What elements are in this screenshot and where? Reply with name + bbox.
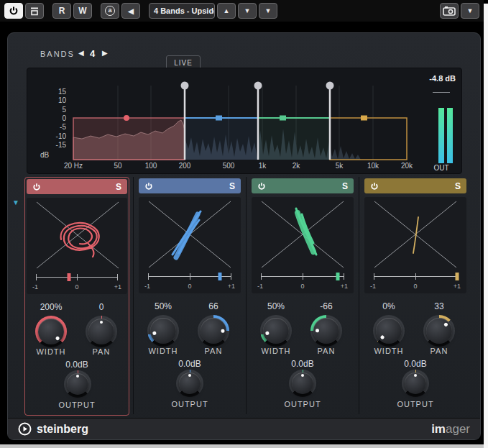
crossover-handle-2[interactable] (254, 82, 262, 90)
bands-row: BANDS ◀ 4 ▶ LIVE (8, 43, 480, 62)
band-solo-button[interactable]: S (229, 181, 235, 191)
monitor-icon (29, 6, 40, 16)
preset-name: 4 Bands - Upside D (154, 6, 215, 15)
band-power-button[interactable] (144, 182, 153, 191)
band-power-button[interactable] (32, 183, 41, 191)
pan-value: -66 (300, 301, 352, 311)
power-button[interactable] (4, 3, 23, 19)
band-power-button[interactable] (257, 182, 266, 191)
pan-meter (36, 273, 118, 282)
meter-min-label: -1 (370, 283, 376, 290)
band3-region[interactable] (258, 118, 330, 160)
pan-knob[interactable] (423, 315, 455, 347)
band-1-panel: S -1 0 +1 200% 0 WIDTH PAN 0.0dB OUTPUT (24, 177, 129, 416)
camera-icon (443, 6, 456, 16)
write-automation-button[interactable]: W (73, 3, 92, 19)
width-label: WIDTH (250, 347, 302, 355)
expand-band-arrow[interactable]: ▼ (12, 198, 19, 206)
pan-knob[interactable] (86, 316, 117, 347)
band-2-panel: S -1 0 +1 50% 66 WIDTH PAN 0.0dB OUTPUT (137, 177, 242, 416)
width-knob[interactable] (260, 315, 292, 347)
column-divider (359, 177, 359, 414)
pan-knob[interactable] (198, 315, 229, 347)
pan-value: 33 (413, 301, 465, 311)
output-value: 0.0dB (137, 359, 242, 369)
output-value: 0.0dB (363, 359, 468, 369)
dropdown-icon: ▼ (467, 7, 474, 14)
width-value: 0% (363, 301, 415, 311)
triangle-down-icon: ▼ (244, 7, 251, 14)
preset-menu-button[interactable]: ▼ (259, 3, 277, 19)
column-divider (246, 177, 247, 414)
output-knob[interactable] (402, 370, 429, 397)
band-solo-button[interactable]: S (455, 181, 461, 191)
pan-label: PAN (413, 347, 465, 355)
band-4-panel: S -1 0 +1 0% 33 WIDTH PAN 0.0dB OUTPUT (363, 177, 468, 416)
bands-increment-button[interactable]: ▶ (102, 49, 108, 57)
output-label: OUTPUT (137, 400, 242, 408)
pan-label: PAN (300, 347, 352, 355)
band-1-header: S (27, 179, 127, 194)
page-margin (484, 4, 488, 448)
band-solo-button[interactable]: S (116, 182, 121, 192)
band-3-panel: S -1 0 +1 50% -66 WIDTH PAN 0.0dB OUTPUT (250, 177, 355, 416)
host-toolbar: R W a ◀ 4 Bands - Upside D ▲ ▼ ▼ ▼ (0, 0, 484, 22)
automation-button[interactable]: a (101, 3, 119, 19)
imager-plugin-window: BANDS ◀ 4 ▶ LIVE 15 10 5 0 -5 -10 -15 dB (7, 32, 481, 440)
band2-region[interactable] (185, 118, 258, 160)
output-label: OUTPUT (25, 401, 129, 409)
power-icon (144, 182, 153, 191)
band2-gain-handle[interactable] (216, 116, 222, 121)
spectrum-display: 15 10 5 0 -5 -10 -15 dB (27, 68, 462, 174)
steinberg-logo-icon (18, 422, 32, 436)
width-knob[interactable] (373, 315, 405, 347)
freq-tick: 100 (137, 162, 165, 170)
band-3-vectorscope: -1 0 +1 (252, 197, 354, 293)
brand-name: steinberg (37, 423, 88, 436)
meter-zero-label: 0 (413, 283, 417, 290)
output-knob[interactable] (64, 370, 91, 398)
triangle-up-icon: ▲ (224, 7, 230, 14)
spectrum-plot (27, 68, 420, 162)
output-knob[interactable] (289, 370, 316, 397)
band1-region[interactable] (73, 118, 185, 160)
output-label: OUTPUT (363, 400, 468, 408)
band1-gain-handle[interactable] (124, 115, 129, 121)
freq-tick: 5k (325, 162, 354, 170)
output-knob[interactable] (176, 370, 203, 397)
pan-meter (148, 273, 231, 281)
power-icon (32, 183, 41, 191)
freq-tick: 20 Hz (59, 162, 88, 170)
steinberg-brand: steinberg (18, 422, 88, 436)
output-label: OUTPUT (250, 400, 355, 408)
width-knob[interactable] (147, 315, 179, 347)
snapshot-button[interactable] (440, 3, 459, 19)
power-icon (257, 182, 266, 191)
out-meter-right (447, 108, 453, 163)
output-value: 0.0dB (250, 359, 355, 369)
freq-tick: 2k (282, 162, 310, 170)
preset-selector[interactable]: 4 Bands - Upside D (149, 3, 215, 19)
bands-count: 4 (90, 48, 95, 59)
power-icon (370, 182, 379, 191)
band-power-button[interactable] (370, 182, 379, 191)
bands-decrement-button[interactable]: ◀ (78, 49, 84, 57)
band-solo-button[interactable]: S (342, 181, 348, 191)
crossover-handle-3[interactable] (326, 82, 334, 90)
band4-gain-handle[interactable] (361, 116, 367, 121)
window-menu-button[interactable]: ▼ (461, 3, 479, 19)
crossover-handle-1[interactable] (181, 82, 189, 90)
freq-tick: 20k (392, 162, 421, 170)
prev-preset-button[interactable]: ▲ (217, 3, 236, 19)
read-automation-button[interactable]: R (52, 3, 71, 19)
band3-gain-handle[interactable] (280, 116, 286, 121)
pan-knob[interactable] (310, 315, 342, 347)
pan-label: PAN (75, 347, 127, 356)
band-2-vectorscope: -1 0 +1 (139, 197, 241, 293)
pan-meter-marker (218, 273, 221, 280)
next-preset-button[interactable]: ▼ (238, 3, 257, 19)
width-knob[interactable] (35, 316, 67, 347)
monitor-button[interactable] (25, 3, 44, 19)
back-button[interactable]: ◀ (121, 3, 140, 19)
pan-meter-marker (336, 273, 339, 280)
